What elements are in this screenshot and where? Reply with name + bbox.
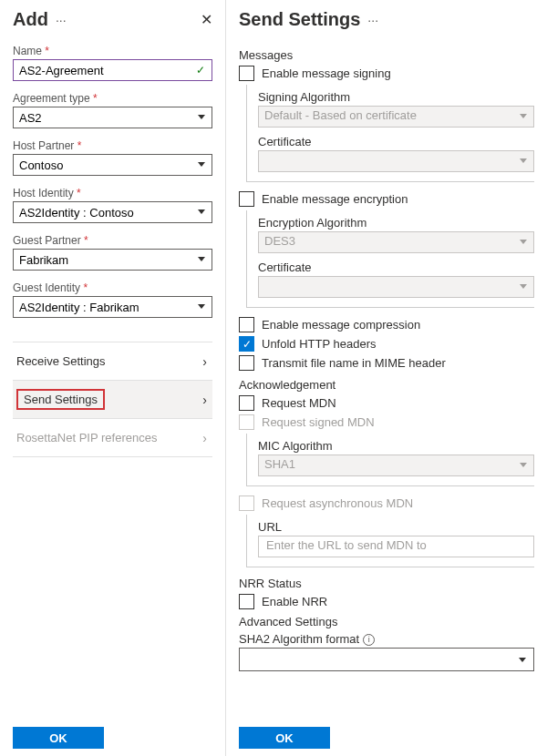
add-title: Add (13, 9, 48, 30)
enable-compression-label: Enable message compression (262, 318, 420, 332)
request-mdn-checkbox[interactable] (239, 395, 254, 411)
nav-section: Receive Settings › Send Settings › Roset… (13, 342, 212, 457)
unfold-http-row[interactable]: ✓ Unfold HTTP headers (239, 336, 534, 352)
mic-algo-select: SHA1 (258, 455, 534, 476)
add-header: Add ··· ✕ (13, 9, 212, 30)
more-icon[interactable]: ··· (367, 13, 378, 27)
enable-nrr-checkbox[interactable] (239, 594, 254, 609)
enable-nrr-label: Enable NRR (262, 595, 327, 608)
guest-identity-label: Guest Identity * (13, 281, 212, 294)
host-partner-select[interactable] (13, 154, 212, 176)
send-settings-body: Messages Enable message signing Signing … (239, 45, 534, 720)
encryption-algo-select: DES3 (258, 231, 534, 253)
signing-algo-label: Signing Algorithm (258, 90, 534, 104)
enable-encryption-row[interactable]: Enable message encryption (239, 191, 534, 207)
guest-partner-label: Guest Partner * (13, 234, 212, 247)
ok-bar-right: OK (239, 720, 534, 756)
nav-item-label: RosettaNet PIP references (16, 431, 157, 444)
guest-partner-group: Guest Partner * (13, 234, 212, 271)
request-async-mdn-label: Request asynchronous MDN (262, 496, 413, 510)
agreement-type-select[interactable] (13, 107, 212, 128)
ok-button-left[interactable]: OK (13, 727, 104, 749)
request-signed-mdn-row: Request signed MDN (239, 414, 534, 430)
ok-bar-left: OK (13, 720, 212, 756)
more-icon[interactable]: ··· (56, 13, 67, 27)
signing-algo-select: Default - Based on certificate (258, 106, 534, 128)
ok-button-right[interactable]: OK (239, 727, 330, 749)
enable-nrr-row[interactable]: Enable NRR (239, 594, 534, 609)
nav-item-label: Send Settings (16, 389, 105, 410)
guest-identity-group: Guest Identity * (13, 281, 212, 318)
nav-receive-settings[interactable]: Receive Settings › (13, 342, 212, 381)
unfold-http-label: Unfold HTTP headers (262, 337, 377, 351)
transmit-filename-checkbox[interactable] (239, 355, 254, 371)
chevron-right-icon: › (202, 431, 207, 445)
name-field-group: Name * ✓ (13, 45, 212, 81)
enable-signing-checkbox[interactable] (239, 66, 254, 81)
enable-encryption-checkbox[interactable] (239, 191, 254, 207)
messages-section-label: Messages (239, 48, 534, 62)
close-icon[interactable]: ✕ (201, 11, 212, 28)
nav-send-settings[interactable]: Send Settings › (13, 381, 212, 419)
nav-rosettanet: RosettaNet PIP references › (13, 419, 212, 457)
request-mdn-label: Request MDN (262, 396, 336, 410)
transmit-filename-row[interactable]: Transmit file name in MIME header (239, 355, 534, 371)
advanced-section-label: Advanced Settings (239, 615, 534, 628)
sha2-label-row: SHA2 Algorithm formati (239, 632, 534, 646)
encryption-cert-label: Certificate (258, 261, 534, 274)
request-async-mdn-row: Request asynchronous MDN (239, 495, 534, 511)
encryption-algo-label: Encryption Algorithm (258, 216, 534, 230)
unfold-http-checkbox[interactable]: ✓ (239, 336, 254, 352)
nrr-section-label: NRR Status (239, 577, 534, 590)
guest-partner-select[interactable] (13, 249, 212, 271)
chevron-right-icon: › (202, 354, 207, 369)
encryption-box: Encryption Algorithm DES3 Certificate (246, 210, 534, 308)
enable-compression-checkbox[interactable] (239, 317, 254, 332)
url-input: Enter the URL to send MDN to (258, 536, 534, 557)
send-settings-title: Send Settings (239, 9, 360, 30)
add-panel: Add ··· ✕ Name * ✓ Agreement type * Host… (0, 0, 226, 756)
name-input[interactable] (13, 59, 212, 81)
host-identity-label: Host Identity * (13, 187, 212, 199)
host-identity-select[interactable] (13, 201, 212, 223)
url-box: URL Enter the URL to send MDN to (246, 515, 534, 567)
send-settings-panel: Send Settings ··· Messages Enable messag… (226, 0, 547, 756)
host-partner-label: Host Partner * (13, 139, 212, 152)
enable-encryption-label: Enable message encryption (262, 192, 408, 206)
mic-box: MIC Algorithm SHA1 (246, 434, 534, 486)
url-label: URL (258, 520, 534, 534)
send-settings-header: Send Settings ··· (239, 9, 534, 30)
request-signed-mdn-label: Request signed MDN (262, 415, 375, 429)
name-label: Name * (13, 45, 212, 57)
guest-identity-select[interactable] (13, 296, 212, 318)
mic-algo-label: MIC Algorithm (258, 439, 534, 453)
encryption-cert-select (258, 276, 534, 298)
signing-cert-select (258, 150, 534, 172)
agreement-type-label: Agreement type * (13, 92, 212, 105)
request-mdn-row[interactable]: Request MDN (239, 395, 534, 411)
sha2-label: SHA2 Algorithm format (239, 632, 359, 646)
info-icon[interactable]: i (363, 634, 375, 646)
chevron-right-icon: › (202, 393, 207, 407)
signing-box: Signing Algorithm Default - Based on cer… (246, 85, 534, 182)
request-async-mdn-checkbox (239, 495, 254, 511)
request-signed-mdn-checkbox (239, 414, 254, 430)
host-identity-group: Host Identity * (13, 187, 212, 223)
agreement-type-group: Agreement type * (13, 92, 212, 128)
enable-signing-row[interactable]: Enable message signing (239, 66, 534, 81)
enable-signing-label: Enable message signing (262, 66, 391, 80)
signing-cert-label: Certificate (258, 135, 534, 148)
sha2-format-select[interactable] (239, 648, 534, 671)
transmit-filename-label: Transmit file name in MIME header (262, 356, 446, 370)
ack-section-label: Acknowledgement (239, 378, 534, 392)
host-partner-group: Host Partner * (13, 139, 212, 176)
nav-item-label: Receive Settings (16, 354, 106, 368)
enable-compression-row[interactable]: Enable message compression (239, 317, 534, 332)
